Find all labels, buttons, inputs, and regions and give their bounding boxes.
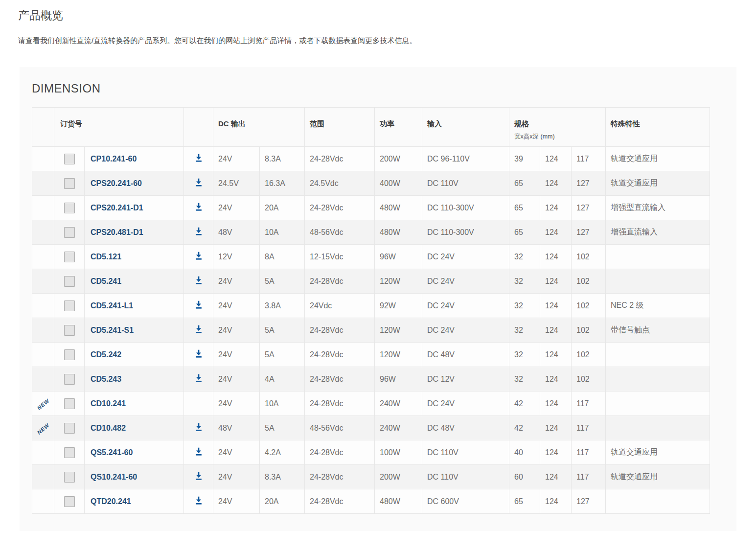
special-feature-cell xyxy=(606,416,710,440)
row-checkbox[interactable] xyxy=(64,472,75,483)
dc-current-cell: 10A xyxy=(260,392,305,416)
spec-depth-cell: 117 xyxy=(572,147,606,171)
row-checkbox[interactable] xyxy=(64,178,75,189)
download-icon[interactable] xyxy=(194,153,204,163)
product-link[interactable]: CPS20.241-D1 xyxy=(91,204,143,212)
row-checkbox[interactable] xyxy=(64,398,75,409)
input-cell: DC 600V xyxy=(422,489,509,514)
download-cell xyxy=(184,269,213,294)
product-cell: QS5.241-60 xyxy=(85,440,184,465)
power-cell: 92W xyxy=(375,294,422,318)
product-link[interactable]: CPS20.241-60 xyxy=(91,179,142,187)
spec-height-cell: 124 xyxy=(540,147,572,171)
spec-height-cell: 124 xyxy=(540,245,572,269)
download-icon[interactable] xyxy=(194,373,204,384)
product-link[interactable]: CD10.241 xyxy=(91,399,126,408)
row-checkbox[interactable] xyxy=(64,227,75,238)
product-cell: CD5.241-L1 xyxy=(85,294,184,318)
input-cell: DC 24V xyxy=(422,245,509,269)
product-link[interactable]: CD5.241-S1 xyxy=(91,326,134,334)
row-checkbox[interactable] xyxy=(64,447,75,458)
product-link[interactable]: CD5.243 xyxy=(91,375,121,383)
header-power: 功率 xyxy=(375,108,422,147)
download-icon[interactable] xyxy=(194,226,204,237)
row-checkbox[interactable] xyxy=(64,349,75,360)
new-badge: NEW xyxy=(36,397,50,411)
download-icon[interactable] xyxy=(194,275,204,286)
dc-voltage-cell: 24V xyxy=(213,269,260,294)
checkbox-cell xyxy=(54,147,85,171)
power-cell: 200W xyxy=(375,147,422,171)
download-icon[interactable] xyxy=(194,202,204,212)
table-row: CD5.24224V5A24-28Vdc120WDC 48V32124102 xyxy=(32,343,710,367)
product-cell: CP10.241-60 xyxy=(85,147,184,171)
product-link[interactable]: CD5.242 xyxy=(91,350,121,359)
row-checkbox[interactable] xyxy=(64,423,75,434)
dc-voltage-cell: 24V xyxy=(213,440,260,465)
product-link[interactable]: CP10.241-60 xyxy=(91,155,137,163)
table-row: CPS20.481-D148V10A48-56Vdc480WDC 110-300… xyxy=(32,220,710,245)
spec-height-cell: 124 xyxy=(540,294,572,318)
product-link[interactable]: CD5.121 xyxy=(91,253,121,261)
download-icon[interactable] xyxy=(194,495,204,506)
spec-width-cell: 32 xyxy=(509,245,540,269)
spec-height-cell: 124 xyxy=(540,171,572,196)
checkbox-cell xyxy=(54,220,85,245)
dc-voltage-cell: 48V xyxy=(213,220,260,245)
special-feature-cell xyxy=(606,245,710,269)
product-link[interactable]: CD10.482 xyxy=(91,424,126,432)
product-link[interactable]: QTD20.241 xyxy=(91,497,131,506)
spec-width-cell: 32 xyxy=(509,318,540,343)
product-link[interactable]: QS10.241-60 xyxy=(91,473,137,481)
table-row: CD5.12112V8A12-15Vdc96WDC 24V32124102 xyxy=(32,245,710,269)
dc-current-cell: 8A xyxy=(260,245,305,269)
download-icon[interactable] xyxy=(194,177,204,188)
header-spec-sub: 宽x高x深 (mm) xyxy=(514,133,601,141)
product-link[interactable]: CPS20.481-D1 xyxy=(91,228,143,236)
spec-height-cell: 124 xyxy=(540,489,572,514)
download-icon[interactable] xyxy=(194,251,204,261)
download-icon[interactable] xyxy=(194,422,204,433)
special-feature-cell: 增强型直流输入 xyxy=(606,196,710,220)
row-checkbox[interactable] xyxy=(64,252,75,262)
new-badge-cell: NEW xyxy=(32,416,54,440)
checkbox-cell xyxy=(54,245,85,269)
power-cell: 240W xyxy=(375,416,422,440)
checkbox-cell xyxy=(54,318,85,343)
product-link[interactable]: QS5.241-60 xyxy=(91,448,133,457)
table-row: QS5.241-6024V4.2A24-28Vdc100WDC 110V4012… xyxy=(32,440,710,465)
power-cell: 96W xyxy=(375,245,422,269)
download-icon[interactable] xyxy=(194,348,204,359)
row-checkbox[interactable] xyxy=(64,325,75,336)
special-feature-cell: 轨道交通应用 xyxy=(606,147,710,171)
download-icon[interactable] xyxy=(194,324,204,335)
row-checkbox[interactable] xyxy=(64,154,75,164)
row-checkbox[interactable] xyxy=(64,374,75,385)
download-icon[interactable] xyxy=(194,446,204,457)
product-cell: CD10.482 xyxy=(85,416,184,440)
checkbox-cell xyxy=(54,465,85,489)
row-checkbox[interactable] xyxy=(64,203,75,213)
range-cell: 24-28Vdc xyxy=(305,196,375,220)
power-cell: 120W xyxy=(375,343,422,367)
dc-current-cell: 10A xyxy=(260,220,305,245)
row-checkbox[interactable] xyxy=(64,300,75,311)
checkbox-cell xyxy=(54,294,85,318)
spec-width-cell: 42 xyxy=(509,416,540,440)
spec-width-cell: 65 xyxy=(509,489,540,514)
range-cell: 24-28Vdc xyxy=(305,318,375,343)
download-icon[interactable] xyxy=(194,300,204,310)
new-badge-cell xyxy=(32,245,54,269)
spec-depth-cell: 127 xyxy=(572,196,606,220)
product-link[interactable]: CD5.241-L1 xyxy=(91,301,133,310)
special-feature-cell: 轨道交通应用 xyxy=(606,440,710,465)
input-cell: DC 48V xyxy=(422,343,509,367)
table-row: CPS20.241-D124V20A24-28Vdc480WDC 110-300… xyxy=(32,196,710,220)
download-icon[interactable] xyxy=(194,471,204,482)
new-badge-cell xyxy=(32,367,54,392)
row-checkbox[interactable] xyxy=(64,276,75,287)
product-link[interactable]: CD5.241 xyxy=(91,277,121,285)
row-checkbox[interactable] xyxy=(64,496,75,507)
checkbox-cell xyxy=(54,171,85,196)
table-body: CP10.241-6024V8.3A24-28Vdc200WDC 96-110V… xyxy=(32,147,710,514)
